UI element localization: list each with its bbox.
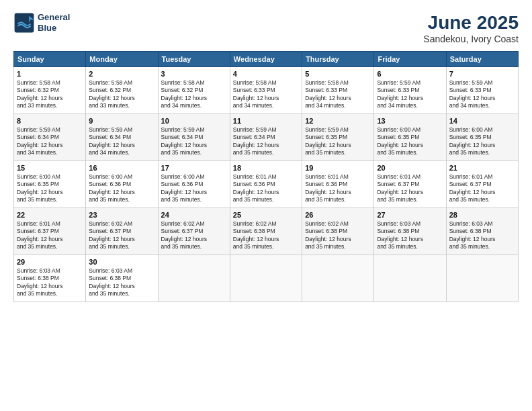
day-info: Sunrise: 5:59 AMSunset: 6:35 PMDaylight:… [305, 126, 371, 157]
day-number: 28 [449, 211, 515, 219]
column-header-saturday: Saturday [446, 52, 518, 67]
calendar-cell: 6Sunrise: 5:59 AMSunset: 6:33 PMDaylight… [374, 67, 446, 114]
day-info: Sunrise: 6:03 AMSunset: 6:38 PMDaylight:… [377, 220, 443, 251]
day-info: Sunrise: 6:02 AMSunset: 6:38 PMDaylight:… [233, 220, 299, 251]
day-number: 11 [233, 117, 299, 125]
day-number: 9 [89, 117, 154, 125]
day-number: 13 [377, 117, 443, 125]
calendar-body: 1Sunrise: 5:58 AMSunset: 6:32 PMDaylight… [14, 67, 519, 302]
svg-rect-2 [29, 16, 30, 21]
calendar-cell: 13Sunrise: 6:00 AMSunset: 6:35 PMDayligh… [374, 114, 446, 161]
day-number: 23 [89, 211, 154, 219]
calendar-cell: 3Sunrise: 5:58 AMSunset: 6:32 PMDaylight… [158, 67, 230, 114]
day-info: Sunrise: 6:02 AMSunset: 6:38 PMDaylight:… [305, 220, 371, 251]
svg-rect-0 [15, 13, 34, 33]
calendar-cell: 29Sunrise: 6:03 AMSunset: 6:38 PMDayligh… [14, 255, 86, 302]
day-number: 19 [305, 164, 371, 172]
calendar-cell: 5Sunrise: 5:58 AMSunset: 6:33 PMDaylight… [302, 67, 374, 114]
calendar-table: SundayMondayTuesdayWednesdayThursdayFrid… [13, 51, 519, 302]
day-info: Sunrise: 6:00 AMSunset: 6:35 PMDaylight:… [449, 126, 515, 157]
week-row-2: 8Sunrise: 5:59 AMSunset: 6:34 PMDaylight… [14, 114, 519, 161]
day-info: Sunrise: 5:59 AMSunset: 6:34 PMDaylight:… [89, 126, 154, 157]
day-info: Sunrise: 5:59 AMSunset: 6:33 PMDaylight:… [449, 79, 515, 110]
calendar-cell: 23Sunrise: 6:02 AMSunset: 6:37 PMDayligh… [86, 208, 158, 255]
calendar-cell: 19Sunrise: 6:01 AMSunset: 6:36 PMDayligh… [302, 161, 374, 208]
day-info: Sunrise: 6:01 AMSunset: 6:37 PMDaylight:… [449, 173, 515, 204]
calendar-header: SundayMondayTuesdayWednesdayThursdayFrid… [14, 52, 519, 67]
day-info: Sunrise: 6:03 AMSunset: 6:38 PMDaylight:… [89, 267, 154, 298]
calendar-cell: 30Sunrise: 6:03 AMSunset: 6:38 PMDayligh… [86, 255, 158, 302]
column-header-thursday: Thursday [302, 52, 374, 67]
day-number: 21 [449, 164, 515, 172]
day-number: 2 [89, 70, 154, 78]
column-header-friday: Friday [374, 52, 446, 67]
calendar-cell: 4Sunrise: 5:58 AMSunset: 6:33 PMDaylight… [230, 67, 302, 114]
subtitle: Sandekou, Ivory Coast [423, 34, 519, 44]
day-number: 6 [377, 70, 443, 78]
calendar-cell [446, 255, 518, 302]
day-number: 7 [449, 70, 515, 78]
day-info: Sunrise: 5:59 AMSunset: 6:34 PMDaylight:… [17, 126, 83, 157]
calendar-cell: 10Sunrise: 5:59 AMSunset: 6:34 PMDayligh… [158, 114, 230, 161]
title-block: June 2025 Sandekou, Ivory Coast [423, 12, 519, 44]
day-number: 10 [161, 117, 227, 125]
day-number: 20 [377, 164, 443, 172]
day-number: 30 [89, 258, 154, 266]
day-info: Sunrise: 6:00 AMSunset: 6:36 PMDaylight:… [89, 173, 154, 204]
header: General Blue June 2025 Sandekou, Ivory C… [13, 12, 519, 44]
day-info: Sunrise: 6:03 AMSunset: 6:38 PMDaylight:… [449, 220, 515, 251]
day-info: Sunrise: 6:02 AMSunset: 6:37 PMDaylight:… [89, 220, 154, 251]
day-info: Sunrise: 6:00 AMSunset: 6:35 PMDaylight:… [17, 173, 83, 204]
day-number: 1 [17, 70, 83, 78]
calendar-cell: 9Sunrise: 5:59 AMSunset: 6:34 PMDaylight… [86, 114, 158, 161]
day-number: 29 [17, 258, 83, 266]
calendar-cell: 1Sunrise: 5:58 AMSunset: 6:32 PMDaylight… [14, 67, 86, 114]
calendar-cell: 25Sunrise: 6:02 AMSunset: 6:38 PMDayligh… [230, 208, 302, 255]
day-number: 26 [305, 211, 371, 219]
day-info: Sunrise: 6:01 AMSunset: 6:37 PMDaylight:… [377, 173, 443, 204]
calendar-cell: 11Sunrise: 5:59 AMSunset: 6:34 PMDayligh… [230, 114, 302, 161]
column-header-monday: Monday [86, 52, 158, 67]
calendar-cell [374, 255, 446, 302]
day-number: 4 [233, 70, 299, 78]
calendar-cell: 21Sunrise: 6:01 AMSunset: 6:37 PMDayligh… [446, 161, 518, 208]
day-info: Sunrise: 5:58 AMSunset: 6:33 PMDaylight:… [305, 79, 371, 110]
calendar-cell: 18Sunrise: 6:01 AMSunset: 6:36 PMDayligh… [230, 161, 302, 208]
calendar-cell: 14Sunrise: 6:00 AMSunset: 6:35 PMDayligh… [446, 114, 518, 161]
main-title: June 2025 [423, 12, 519, 34]
day-number: 17 [161, 164, 227, 172]
day-number: 12 [305, 117, 371, 125]
calendar-cell [230, 255, 302, 302]
day-info: Sunrise: 5:58 AMSunset: 6:32 PMDaylight:… [161, 79, 227, 110]
calendar-cell [302, 255, 374, 302]
day-number: 3 [161, 70, 227, 78]
day-number: 27 [377, 211, 443, 219]
calendar-cell: 28Sunrise: 6:03 AMSunset: 6:38 PMDayligh… [446, 208, 518, 255]
calendar-cell: 7Sunrise: 5:59 AMSunset: 6:33 PMDaylight… [446, 67, 518, 114]
logo-icon [13, 12, 35, 34]
day-number: 8 [17, 117, 83, 125]
day-info: Sunrise: 6:03 AMSunset: 6:38 PMDaylight:… [17, 267, 83, 298]
day-info: Sunrise: 5:58 AMSunset: 6:32 PMDaylight:… [89, 79, 154, 110]
calendar-cell: 27Sunrise: 6:03 AMSunset: 6:38 PMDayligh… [374, 208, 446, 255]
calendar-cell: 15Sunrise: 6:00 AMSunset: 6:35 PMDayligh… [14, 161, 86, 208]
calendar-cell: 12Sunrise: 5:59 AMSunset: 6:35 PMDayligh… [302, 114, 374, 161]
week-row-3: 15Sunrise: 6:00 AMSunset: 6:35 PMDayligh… [14, 161, 519, 208]
calendar-cell: 24Sunrise: 6:02 AMSunset: 6:37 PMDayligh… [158, 208, 230, 255]
calendar-cell [158, 255, 230, 302]
calendar-cell: 22Sunrise: 6:01 AMSunset: 6:37 PMDayligh… [14, 208, 86, 255]
day-number: 25 [233, 211, 299, 219]
day-info: Sunrise: 5:59 AMSunset: 6:34 PMDaylight:… [161, 126, 227, 157]
day-info: Sunrise: 6:01 AMSunset: 6:37 PMDaylight:… [17, 220, 83, 251]
header-row: SundayMondayTuesdayWednesdayThursdayFrid… [14, 52, 519, 67]
calendar-cell: 20Sunrise: 6:01 AMSunset: 6:37 PMDayligh… [374, 161, 446, 208]
week-row-1: 1Sunrise: 5:58 AMSunset: 6:32 PMDaylight… [14, 67, 519, 114]
day-number: 5 [305, 70, 371, 78]
column-header-sunday: Sunday [14, 52, 86, 67]
day-info: Sunrise: 6:01 AMSunset: 6:36 PMDaylight:… [233, 173, 299, 204]
day-number: 24 [161, 211, 227, 219]
day-number: 22 [17, 211, 83, 219]
day-number: 18 [233, 164, 299, 172]
day-info: Sunrise: 5:59 AMSunset: 6:33 PMDaylight:… [377, 79, 443, 110]
logo: General Blue [13, 12, 70, 34]
